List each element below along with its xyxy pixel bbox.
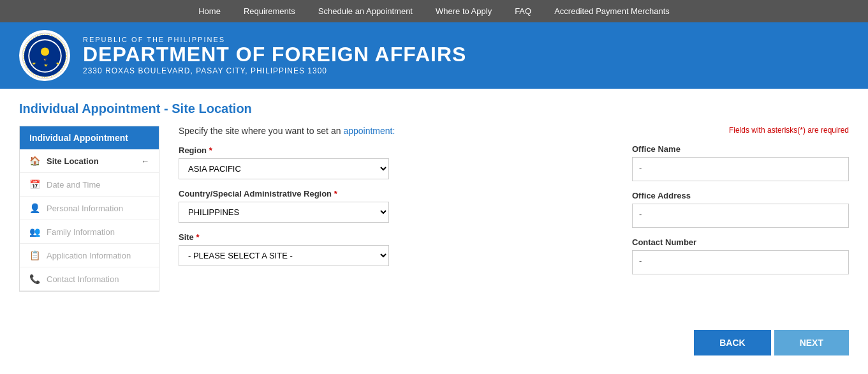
site-select[interactable]: - PLEASE SELECT A SITE - xyxy=(179,245,389,266)
page-title-blue: Individual Appointment xyxy=(19,101,160,116)
office-address-field: Office Address - xyxy=(632,191,849,228)
office-name-label: Office Name xyxy=(632,144,849,154)
sidebar-label-site-location: Site Location xyxy=(47,156,99,166)
region-required-marker: * xyxy=(209,146,212,155)
form-area: Specify the site where you want to set a… xyxy=(172,126,619,276)
sidebar-item-date-time[interactable]: 📅 Date and Time xyxy=(20,173,159,197)
svg-text:🦅: 🦅 xyxy=(43,57,47,62)
contact-number-field: Contact Number - xyxy=(632,237,849,274)
document-icon: 📋 xyxy=(29,250,40,260)
main-layout: Individual Appointment 🏠 Site Location ←… xyxy=(19,126,849,292)
department-name: DEPARTMENT OF FOREIGN AFFAIRS xyxy=(83,43,466,66)
region-label: Region * xyxy=(179,146,613,155)
department-address: 2330 ROXAS BOULEVARD, PASAY CITY, PHILIP… xyxy=(83,66,466,75)
page-content: Individual Appointment - Site Location I… xyxy=(0,89,868,304)
sidebar-item-app-info[interactable]: 📋 Application Information xyxy=(20,244,159,267)
country-group: Country/Special Administrative Region * … xyxy=(179,189,613,223)
country-required-marker: * xyxy=(334,189,337,198)
contact-number-value: - xyxy=(632,250,849,274)
sidebar-item-family-info[interactable]: 👥 Family Information xyxy=(20,220,159,244)
nav-faq[interactable]: FAQ xyxy=(503,0,543,22)
nav-home[interactable]: Home xyxy=(187,0,232,22)
next-button[interactable]: NEXT xyxy=(774,330,849,355)
site-group: Site * - PLEASE SELECT A SITE - xyxy=(179,232,613,266)
phone-icon: 📞 xyxy=(29,274,40,284)
sidebar-label-family-info: Family Information xyxy=(47,227,115,237)
office-name-field: Office Name - xyxy=(632,144,849,181)
page-header: 🦅 REPUBLIC OF THE PHILIPPINES DEPARTMENT… xyxy=(0,22,868,89)
sidebar-item-contact-info[interactable]: 📞 Contact Information xyxy=(20,267,159,291)
sidebar-label-app-info: Application Information xyxy=(47,251,131,260)
person-icon: 👤 xyxy=(29,203,40,213)
sidebar-header: Individual Appointment xyxy=(20,126,159,149)
form-desc-colored: appointment: xyxy=(343,126,395,136)
form-description: Specify the site where you want to set a… xyxy=(179,126,613,136)
country-select[interactable]: PHILIPPINES AUSTRALIA JAPAN CHINA USA xyxy=(179,202,389,223)
contact-number-label: Contact Number xyxy=(632,237,849,247)
nav-requirements[interactable]: Requirements xyxy=(232,0,307,22)
header-text: REPUBLIC OF THE PHILIPPINES DEPARTMENT O… xyxy=(83,36,466,75)
region-group: Region * ASIA PACIFIC EUROPE MIDDLE EAST… xyxy=(179,146,613,179)
sidebar-label-personal-info: Personal Information xyxy=(47,204,123,213)
site-required-marker: * xyxy=(196,232,199,242)
country-label: Country/Special Administrative Region * xyxy=(179,189,613,198)
back-button[interactable]: BACK xyxy=(694,330,770,355)
calendar-icon: 📅 xyxy=(29,179,40,190)
nav-where[interactable]: Where to Apply xyxy=(424,0,503,22)
sidebar-label-date-time: Date and Time xyxy=(47,180,101,190)
top-nav: Home Requirements Schedule an Appointmen… xyxy=(0,0,868,22)
home-icon: 🏠 xyxy=(29,156,40,166)
region-select[interactable]: ASIA PACIFIC EUROPE MIDDLE EAST AMERICAS… xyxy=(179,158,389,179)
office-address-label: Office Address xyxy=(632,191,849,200)
agency-seal: 🦅 xyxy=(19,30,70,81)
nav-schedule[interactable]: Schedule an Appointment xyxy=(307,0,424,22)
page-title: Individual Appointment - Site Location xyxy=(19,101,849,116)
nav-payment[interactable]: Accredited Payment Merchants xyxy=(543,0,681,22)
sidebar-item-site-location[interactable]: 🏠 Site Location ← xyxy=(20,149,159,173)
svg-point-4 xyxy=(40,47,48,56)
site-label: Site * xyxy=(179,232,613,242)
office-address-value: - xyxy=(632,204,849,228)
sidebar-label-contact-info: Contact Information xyxy=(47,274,119,284)
sidebar: Individual Appointment 🏠 Site Location ←… xyxy=(19,126,159,292)
sidebar-item-personal-info[interactable]: 👤 Personal Information xyxy=(20,197,159,220)
office-name-value: - xyxy=(632,157,849,181)
arrow-icon: ← xyxy=(141,156,149,166)
footer-buttons: BACK NEXT xyxy=(0,317,868,368)
page-title-rest: - Site Location xyxy=(160,101,251,116)
fields-note: Fields with asterisks(*) are required xyxy=(632,126,849,135)
family-icon: 👥 xyxy=(29,227,40,237)
info-panel: Fields with asterisks(*) are required Of… xyxy=(632,126,849,284)
